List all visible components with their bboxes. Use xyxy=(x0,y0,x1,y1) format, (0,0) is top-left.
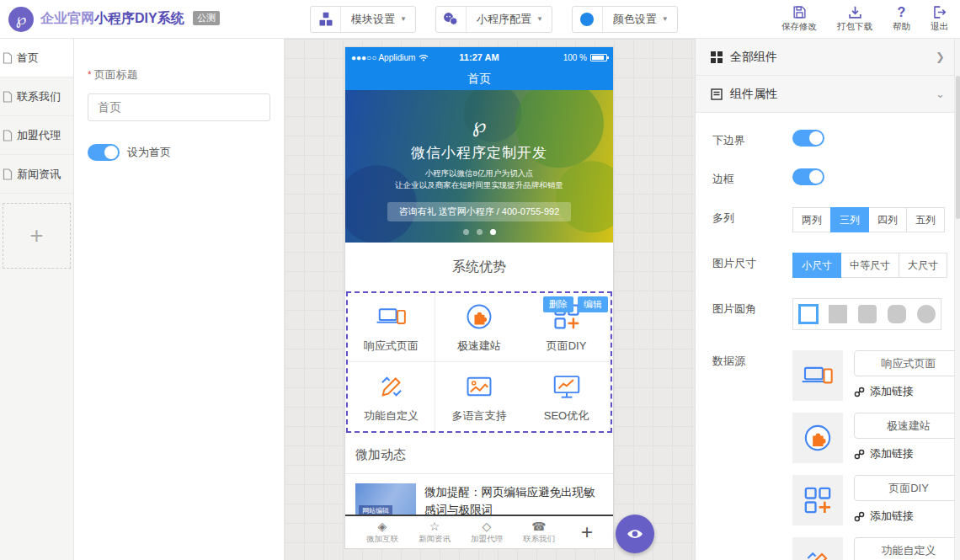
image-size-medium[interactable]: 中等尺寸 xyxy=(840,253,899,278)
help-label: 帮助 xyxy=(893,21,910,33)
add-page-button[interactable]: + xyxy=(3,203,71,269)
news-list-item[interactable]: 网站编辑 微加提醒：网页编辑应避免出现敏感词与极限词 xyxy=(345,474,613,519)
tab-agency[interactable]: ◇ 加盟代理 xyxy=(461,520,513,545)
image-size-label: 图片尺寸 xyxy=(712,253,792,271)
sidebar-item-contact[interactable]: 联系我们 xyxy=(0,77,73,116)
tab-add-button[interactable]: + xyxy=(572,520,602,544)
columns-option-5[interactable]: 五列 xyxy=(906,207,945,232)
bottom-border-toggle[interactable] xyxy=(792,130,824,147)
feature-cell-speed[interactable]: 极速建站 xyxy=(435,293,523,362)
datasource-item: 添加链接 xyxy=(792,413,960,463)
radius-option-circle[interactable] xyxy=(911,299,941,329)
news-thumbnail: 网站编辑 xyxy=(355,483,416,519)
panel-scrollbar[interactable] xyxy=(954,39,960,560)
component-props-header[interactable]: 组件属性 ⌄ xyxy=(696,76,960,113)
radius-option-square[interactable] xyxy=(823,299,852,329)
feature-cell-seo[interactable]: SEO优化 xyxy=(523,362,611,431)
feature-cell-custom[interactable]: 功能自定义 xyxy=(348,362,435,431)
responsive-page-icon xyxy=(376,301,408,333)
tab-label: 微加互联 xyxy=(366,534,398,545)
tab-label: 加盟代理 xyxy=(471,534,503,545)
feature-grid-component[interactable]: 删除 编辑 响应式页面 极速建站 页面DIY 功能自定义 xyxy=(346,291,612,433)
add-link-button[interactable]: 添加链接 xyxy=(854,384,960,399)
carousel-dot[interactable] xyxy=(463,229,469,235)
preview-eye-button[interactable] xyxy=(616,515,654,553)
banner-logo-icon: ℘ xyxy=(345,90,613,137)
exit-button[interactable]: 退出 xyxy=(931,5,948,33)
help-button[interactable]: ? 帮助 xyxy=(893,5,910,33)
page-title-label: *页面标题 xyxy=(88,67,270,83)
border-toggle[interactable] xyxy=(792,168,824,185)
radius-option-medium[interactable] xyxy=(882,299,911,329)
datasource-thumb xyxy=(792,413,843,463)
color-circle-icon xyxy=(573,7,603,32)
custom-function-icon xyxy=(801,546,835,560)
page-item-label: 加盟代理 xyxy=(17,128,61,143)
datasource-title-input[interactable] xyxy=(854,537,960,560)
columns-option-3-active[interactable]: 三列 xyxy=(830,207,869,232)
banner-slide[interactable]: ℘ 微信小程序定制开发 小程序以微信8亿用户为切入点 让企业以及商家在短时间里实… xyxy=(345,90,613,243)
phone-icon: ☎ xyxy=(531,520,546,533)
feature-cell-responsive[interactable]: 响应式页面 xyxy=(348,293,435,362)
carousel-dot-active[interactable] xyxy=(490,229,496,235)
tab-news[interactable]: ☆ 新闻资讯 xyxy=(408,520,461,545)
carousel-dots xyxy=(345,229,613,235)
header-actions: 保存修改 打包下载 ? 帮助 退出 xyxy=(781,5,948,33)
app-title-part2: 小程序DIY系统 xyxy=(94,11,184,25)
carousel-dot[interactable] xyxy=(477,229,483,235)
module-settings-dropdown[interactable]: 模块设置 ▼ xyxy=(310,6,416,33)
sidebar-item-agency[interactable]: 加盟代理 xyxy=(0,116,73,155)
radius-option-small[interactable] xyxy=(852,299,882,329)
save-button[interactable]: 保存修改 xyxy=(781,5,817,33)
feature-cell-multilang[interactable]: 多语言支持 xyxy=(435,362,523,431)
page-title-input[interactable] xyxy=(88,93,270,121)
required-mark: * xyxy=(88,69,92,81)
banner-cta-pill[interactable]: 咨询有礼 送官网小程序 / 400-0755-992 xyxy=(387,202,572,221)
columns-option-2[interactable]: 两列 xyxy=(792,207,831,232)
all-components-header[interactable]: 全部组件 ❯ xyxy=(696,39,960,76)
image-size-segmented-control: 小尺寸 中等尺寸 大尺寸 xyxy=(792,253,947,278)
border-label: 边框 xyxy=(712,168,792,187)
sidebar-item-home[interactable]: 首页 xyxy=(0,39,73,77)
feature-label: 极速建站 xyxy=(457,339,501,354)
page-list-sidebar: 首页 联系我们 加盟代理 新闻资讯 + xyxy=(0,39,74,560)
color-settings-dropdown[interactable]: 颜色设置 ▼ xyxy=(572,6,678,33)
banner-title: 微信小程序定制开发 xyxy=(345,143,613,163)
download-label: 打包下载 xyxy=(837,21,872,33)
image-size-large[interactable]: 大尺寸 xyxy=(899,253,947,278)
feature-label: SEO优化 xyxy=(544,408,589,424)
columns-option-4[interactable]: 四列 xyxy=(868,207,907,232)
page-settings-panel: *页面标题 设为首页 xyxy=(74,39,285,560)
datasource-item: 添加链接 xyxy=(792,350,960,401)
battery-text: 100 % xyxy=(563,53,587,62)
set-home-toggle[interactable] xyxy=(88,144,120,161)
radius-option-none-selected[interactable] xyxy=(793,299,823,329)
add-link-button[interactable]: 添加链接 xyxy=(854,509,960,524)
miniprogram-config-dropdown[interactable]: 小程序配置 ▼ xyxy=(435,6,552,33)
columns-label: 多列 xyxy=(712,207,792,226)
sidebar-item-news[interactable]: 新闻资讯 xyxy=(0,155,73,194)
module-settings-label: 模块设置 xyxy=(341,12,400,27)
component-props-label: 组件属性 xyxy=(730,87,777,102)
datasource-title-input[interactable] xyxy=(854,475,960,501)
tab-contact[interactable]: ☎ 联系我们 xyxy=(513,520,565,545)
download-button[interactable]: 打包下载 xyxy=(837,5,872,33)
add-link-button[interactable]: 添加链接 xyxy=(854,446,960,461)
banner-subtitle: 小程序以微信8亿用户为切入点 让企业以及商家在短时间里实现提升品牌和销量 xyxy=(345,168,613,191)
datasource-thumb xyxy=(792,475,843,525)
image-size-small-active[interactable]: 小尺寸 xyxy=(792,253,841,278)
chevron-down-icon: ⌄ xyxy=(936,88,945,100)
editor-canvas: ●●●○○ Applidium 11:27 AM 100 % 首页 ℘ 微信小程… xyxy=(285,39,695,560)
tab-home[interactable]: ◈ 微加互联 xyxy=(356,520,408,545)
multi-language-icon xyxy=(463,371,495,403)
exit-icon xyxy=(932,5,947,19)
datasource-title-input[interactable] xyxy=(854,350,960,376)
header-dropdowns: 模块设置 ▼ 小程序配置 ▼ 颜色设置 ▼ xyxy=(310,6,678,33)
page-item-label: 首页 xyxy=(17,51,39,66)
set-home-label: 设为首页 xyxy=(127,145,171,160)
beta-badge: 公测 xyxy=(193,11,220,25)
datasource-title-input[interactable] xyxy=(854,413,960,439)
scrollbar-thumb[interactable] xyxy=(956,76,960,219)
edit-component-button[interactable]: 编辑 xyxy=(578,296,608,312)
delete-component-button[interactable]: 删除 xyxy=(543,296,573,312)
